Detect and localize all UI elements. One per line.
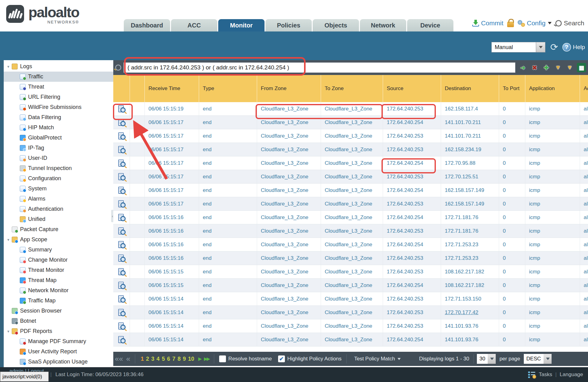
column-header-receive-time[interactable]: Receive Time — [144, 75, 199, 102]
sidebar-item-unified[interactable]: Unified — [4, 214, 113, 224]
log-detail-icon[interactable] — [118, 146, 126, 153]
log-detail-icon[interactable] — [118, 186, 126, 194]
page-number-7[interactable]: 7 — [172, 356, 175, 362]
log-detail-icon[interactable] — [118, 105, 126, 113]
tab-dashboard[interactable]: Dashboard — [124, 19, 170, 31]
sidebar-item-network-monitor[interactable]: Network Monitor — [4, 285, 113, 296]
log-detail-icon[interactable] — [118, 281, 126, 289]
lock-icon[interactable] — [507, 22, 514, 27]
tab-objects[interactable]: Objects — [313, 19, 359, 31]
config-menu-button[interactable]: Config — [518, 19, 552, 27]
page-number-10[interactable]: 10 — [188, 356, 194, 362]
first-page-icon[interactable]: «« — [115, 356, 123, 362]
column-header-type[interactable]: Type — [199, 75, 257, 102]
sidebar-item-traffic-map[interactable]: Traffic Map — [4, 296, 113, 306]
sidebar-item-threat[interactable]: Threat — [4, 82, 113, 92]
tab-device[interactable]: Device — [407, 19, 453, 31]
log-detail-icon[interactable] — [118, 322, 126, 330]
commit-button[interactable]: Commit — [472, 19, 503, 27]
log-detail-icon[interactable] — [118, 173, 126, 181]
sidebar-item-tunnel-inspection[interactable]: Tunnel Inspection — [4, 163, 113, 173]
sidebar-item-change-monitor[interactable]: Change Monitor — [4, 255, 113, 265]
log-detail-icon[interactable] — [118, 214, 126, 221]
log-detail-icon[interactable] — [118, 132, 126, 140]
sidebar-item-botnet[interactable]: Botnet — [4, 316, 113, 326]
per-page-select-arrow[interactable] — [488, 354, 496, 364]
column-header-application[interactable]: Application — [525, 75, 580, 102]
sidebar-item-threat-map[interactable]: Threat Map — [4, 275, 113, 285]
sidebar-item-alarms[interactable]: Alarms — [4, 194, 113, 204]
log-detail-icon[interactable] — [118, 227, 126, 235]
sort-order-select[interactable]: DESC — [524, 354, 551, 364]
page-number-2[interactable]: 2 — [146, 356, 149, 362]
log-detail-icon[interactable] — [118, 309, 126, 316]
sidebar-item-traffic[interactable]: Traffic — [4, 72, 113, 82]
sidebar-item-summary[interactable]: Summary — [4, 245, 113, 255]
resolve-hostname-checkbox[interactable] — [219, 355, 226, 362]
tasks-link[interactable]: Tasks — [539, 372, 552, 378]
saved-filters-icon[interactable]: ▼ — [565, 63, 574, 72]
log-detail-icon[interactable] — [118, 200, 126, 208]
log-filter-input[interactable]: ( addr.src in 172.64.240.253 ) or ( addr… — [123, 62, 515, 73]
log-detail-icon[interactable] — [118, 118, 126, 126]
sidebar-item-system[interactable]: System — [4, 184, 113, 194]
tab-network[interactable]: Network — [360, 19, 406, 31]
sidebar-item-manage-pdf-summary[interactable]: Manage PDF Summary — [4, 336, 113, 347]
sidebar-item-app-scope[interactable]: ▼App Scope — [4, 235, 113, 245]
page-number-4[interactable]: 4 — [156, 356, 160, 362]
log-detail-icon[interactable] — [118, 295, 126, 303]
page-number-9[interactable]: 9 — [183, 356, 186, 362]
help-icon[interactable]: ? — [562, 43, 571, 52]
log-detail-icon[interactable] — [118, 336, 126, 343]
apply-filter-icon[interactable]: ➜ — [518, 63, 528, 72]
sidebar-item-url-filtering[interactable]: URL Filtering — [4, 92, 113, 102]
next-page-icon[interactable]: ▶ — [198, 356, 201, 362]
expander-icon[interactable]: ▼ — [5, 330, 12, 333]
column-header-from-zone[interactable]: From Zone — [257, 75, 321, 102]
last-page-icon[interactable]: ▶▶ — [204, 356, 209, 362]
sidebar-item-hip-match[interactable]: HIP Match — [4, 122, 113, 133]
log-detail-icon[interactable] — [118, 254, 126, 262]
destination-link[interactable]: 172.70.177.42 — [445, 309, 478, 316]
global-search-button[interactable]: Search — [555, 19, 584, 27]
page-number-1[interactable]: 1 — [141, 356, 144, 362]
expander-icon[interactable]: ▼ — [5, 65, 12, 69]
sidebar-item-authentication[interactable]: Authentication — [4, 204, 113, 214]
page-number-8[interactable]: 8 — [177, 356, 181, 362]
sidebar-item-user-activity-report[interactable]: User Activity Report — [4, 347, 113, 357]
column-header-source[interactable]: Source — [383, 75, 441, 102]
clear-filter-icon[interactable]: ✖ — [530, 63, 539, 72]
sidebar-item-threat-monitor[interactable]: Threat Monitor — [4, 265, 113, 275]
export-to-csv-icon[interactable]: ▦ — [577, 63, 586, 72]
column-header-to-port[interactable]: To Port — [499, 75, 525, 102]
highlight-policy-actions-checkbox[interactable]: ✔ — [278, 355, 285, 362]
help-label[interactable]: Help — [573, 44, 585, 51]
sidebar-item-session-browser[interactable]: Session Browser — [4, 306, 113, 316]
sidebar-item-packet-capture[interactable]: Packet Capture — [4, 224, 113, 235]
log-detail-icon[interactable] — [118, 159, 126, 167]
expander-icon[interactable]: ▼ — [5, 238, 12, 242]
column-header-destination[interactable]: Destination — [441, 75, 499, 102]
log-detail-icon[interactable] — [118, 268, 126, 276]
refresh-mode-select-arrow[interactable] — [536, 42, 545, 52]
filter-builder-icon[interactable]: ▼ — [553, 63, 563, 72]
sidebar-item-pdf-reports[interactable]: ▼PDF Reports — [4, 326, 113, 336]
tab-policies[interactable]: Policies — [265, 19, 312, 31]
page-number-5[interactable]: 5 — [162, 356, 165, 362]
sidebar-item-user-id[interactable]: User-ID — [4, 153, 113, 163]
sort-order-select-arrow[interactable] — [544, 354, 552, 364]
tab-acc[interactable]: ACC — [171, 19, 217, 31]
refresh-icon[interactable]: ⟳ — [550, 43, 558, 52]
sidebar-item-saas-application-usage[interactable]: SaaS Application Usage — [4, 357, 113, 367]
log-detail-icon[interactable] — [118, 241, 126, 248]
language-link[interactable]: Language — [560, 372, 583, 378]
column-header-to-zone[interactable]: To Zone — [321, 75, 383, 102]
add-filter-icon[interactable]: ✚ — [542, 63, 551, 72]
page-number-6[interactable]: 6 — [167, 356, 170, 362]
page-number-3[interactable]: 3 — [151, 356, 154, 362]
sidebar-item-data-filtering[interactable]: Data Filtering — [4, 112, 113, 122]
column-header-action[interactable]: Action — [580, 75, 588, 102]
sidebar-item-configuration[interactable]: Configuration — [4, 173, 113, 184]
sidebar-item-logs[interactable]: ▼Logs — [4, 61, 113, 72]
sidebar-item-ip-tag[interactable]: IP-Tag — [4, 143, 113, 153]
